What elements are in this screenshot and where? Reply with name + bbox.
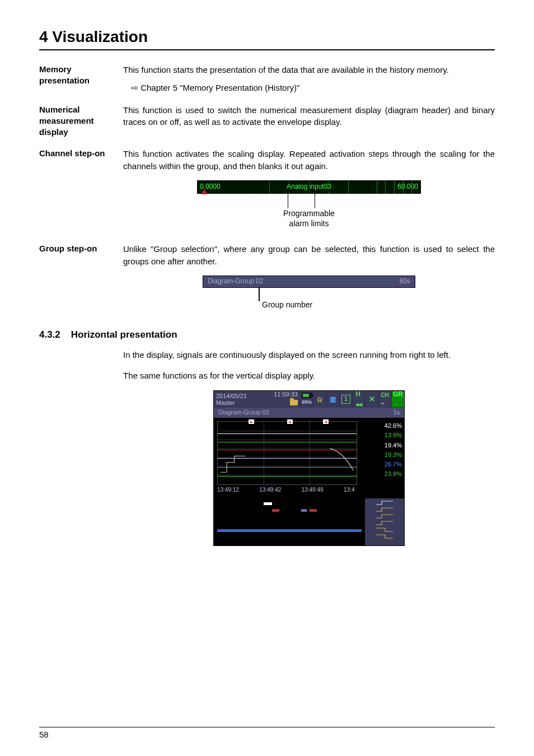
legend-item: 26.7% <box>363 460 402 469</box>
xtick: 13:49:42 <box>259 486 301 495</box>
sidehead-memory: Memory presentation <box>39 64 123 94</box>
shot-mode: Master <box>216 399 235 406</box>
numerical-text: This function is used to switch the nume… <box>123 104 495 138</box>
page-number: 58 <box>39 730 49 739</box>
shot-time: 11:59:33 <box>274 391 298 398</box>
group-bar-left: Diagram-Group 02 <box>208 277 263 286</box>
legend-item: 19.3% <box>363 450 402 460</box>
gr-step-icon[interactable]: GR→ <box>391 391 404 407</box>
shot-sub-left: Diagram-Group 02 <box>218 408 269 417</box>
history-icon[interactable]: ▥ <box>326 391 339 407</box>
xtick: 13:49:12 <box>217 486 259 495</box>
chart-area: 13:49:12 13:49:42 13:49:49 13:4 <box>214 418 360 498</box>
subsection-number: 4.3.2 <box>39 329 60 340</box>
legend-item: 19.4% <box>363 441 402 450</box>
scale-caption-1: Programmable <box>283 209 335 218</box>
legend-item: 23.8% <box>363 469 402 479</box>
binary-traces <box>214 498 365 545</box>
folder-icon <box>290 400 298 405</box>
shot-sub-right: 1s <box>393 408 400 417</box>
sidehead-group: Group step-on <box>39 243 123 312</box>
battery-icon[interactable]: 95% <box>300 391 313 407</box>
scale-mid-label: Analog input03 <box>283 182 335 192</box>
sidehead-numerical: Numerical measurement display <box>39 104 123 138</box>
chapter-title: 4 Visualization <box>39 28 495 46</box>
shot-date: 2014/05/21 <box>216 393 247 399</box>
group-figure: Diagram-Group 02 60s Group number <box>203 276 415 310</box>
xtick: 13:4 <box>344 486 357 495</box>
arrow-icon: ⇨ <box>131 83 140 92</box>
footer-rule <box>39 727 495 727</box>
chart-marker-icon <box>249 419 254 424</box>
title-rule <box>39 49 495 50</box>
scale-figure: 0.0000 Analog input03 60.000 <box>197 180 421 228</box>
subsection-title: Horizontal presentation <box>71 329 177 340</box>
group-bar-right: 60s <box>400 277 410 286</box>
chart-marker-icon <box>323 419 329 424</box>
chart-step <box>221 455 246 474</box>
chart-marker-icon <box>287 419 293 424</box>
legend-item: 42.6% <box>363 421 402 431</box>
scale-caption-2: alarm limits <box>289 219 329 228</box>
binary-legend <box>365 498 404 545</box>
subsection-p2: The same functions as for the vertical d… <box>123 370 495 382</box>
xtick: 13:49:49 <box>302 486 344 495</box>
ch-step-icon[interactable]: CH⇨ <box>378 391 391 407</box>
page-one-icon[interactable]: 1 <box>339 391 352 407</box>
screenshot: 2014/05/21 Master 11:59:33 95% ⍾ ▥ <box>213 390 405 546</box>
group-text: Unlike "Group selection", where any grou… <box>123 244 495 266</box>
memory-link: Chapter 5 "Memory Presentation (History)… <box>140 83 299 92</box>
h-rewind-icon[interactable]: H◀◀ <box>352 391 365 407</box>
subsection-p1: In the display, signals are continuously… <box>123 349 495 361</box>
channel-text: This function activates the scaling disp… <box>123 149 495 171</box>
wrench-icon[interactable]: ✕ <box>365 391 378 407</box>
alarm-bell-icon[interactable]: ⍾ <box>313 391 326 407</box>
legend: 42.6% 13.9% 19.4% 19.3% 26.7% 23.8% <box>360 418 404 498</box>
chart-curve <box>326 447 359 472</box>
sidehead-channel: Channel step-on <box>39 148 123 233</box>
memory-text: This function starts the presentation of… <box>123 65 449 74</box>
legend-item: 13.9% <box>363 431 402 440</box>
